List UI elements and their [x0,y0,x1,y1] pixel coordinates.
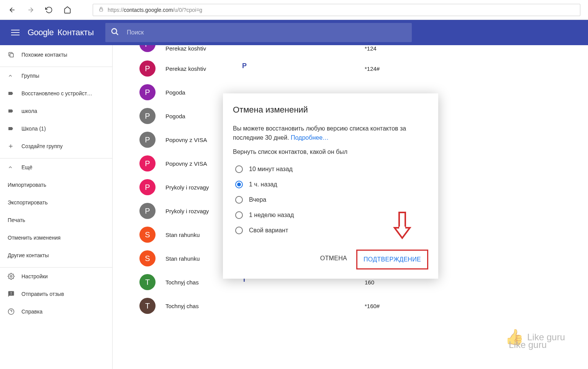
radio-option[interactable]: Вчера [233,192,428,207]
dialog-description: Вы можете восстановить любую версию спис… [233,124,428,142]
avatar: P [139,108,156,124]
sidebar-create-group[interactable]: Создайте группу [0,137,112,155]
contact-phone: *124# [365,65,380,72]
radio-button[interactable] [235,165,243,173]
avatar: P [139,45,156,52]
svg-rect-3 [11,35,20,36]
radio-button[interactable] [235,227,243,234]
sidebar-group-restored[interactable]: Восстановлено с устройст… [0,85,112,102]
avatar: S [139,250,156,266]
sidebar-group-school[interactable]: школа [0,102,112,120]
label-icon [8,90,18,96]
radio-button[interactable] [235,181,243,188]
avatar: P [139,203,156,219]
contact-name: Tochnyj chas [165,303,365,309]
svg-point-4 [112,29,117,34]
radio-button[interactable] [235,196,243,204]
copy-icon [8,51,18,58]
svg-rect-8 [399,212,405,228]
contact-row[interactable]: TTochnyj chas*160# [113,294,588,318]
browser-toolbar: https://contacts.google.com/u/0/?cpoi=g [0,0,588,20]
contact-row[interactable]: PPerekaz koshtiv*124# [113,57,588,80]
section-letter: P [242,62,254,70]
avatar: T [139,274,156,290]
avatar: P [139,132,156,148]
avatar: P [139,179,156,195]
app-header: Google Контакты [0,20,588,45]
radio-option[interactable]: 10 минут назад [233,162,428,177]
contact-name: Tochnyj chas [165,279,365,286]
chevron-up-icon [8,73,18,78]
address-bar[interactable]: https://contacts.google.com/u/0/?cpoi=g [93,4,580,16]
contact-name: Perekaz koshtiv [165,65,365,72]
avatar: T [139,298,156,314]
label-icon [8,126,18,132]
sidebar-help[interactable]: Справка [0,303,112,320]
svg-rect-2 [11,32,20,33]
avatar: S [139,227,156,243]
sidebar-settings[interactable]: Настройки [0,268,112,285]
radio-option[interactable]: 1 ч. назад [233,177,428,192]
gear-icon [8,273,18,280]
svg-rect-9 [399,227,405,229]
logo[interactable]: Google Контакты [28,28,94,38]
forward-button[interactable] [26,5,35,15]
sidebar-group-school1[interactable]: Школа (1) [0,120,112,137]
learn-more-link[interactable]: Подробнее… [291,134,329,141]
sidebar-feedback[interactable]: Отправить отзыв [0,285,112,303]
watermark: 👍 Like guru Like guru [505,328,565,346]
cancel-button[interactable]: ОТМЕНА [314,250,353,269]
sidebar-other[interactable]: Другие контакты [0,247,112,264]
sidebar-similar[interactable]: Похожие контакты [0,46,112,64]
sidebar-import[interactable]: Импортировать [0,176,112,194]
radio-label: Вчера [249,196,266,203]
help-icon [8,308,18,315]
chevron-up-icon [8,165,18,170]
contact-phone: *124 [365,45,377,52]
sidebar-more-header[interactable]: Ещё [0,158,112,176]
avatar: P [139,60,156,77]
svg-point-6 [10,276,12,278]
avatar: P [139,155,156,171]
radio-label: Свой вариант [249,227,288,234]
radio-label: 1 неделю назад [249,212,294,219]
refresh-button[interactable] [44,5,54,15]
radio-button[interactable] [235,211,243,219]
avatar: P [139,84,156,100]
sidebar-export[interactable]: Экспортировать [0,194,112,211]
search-box[interactable] [105,23,412,42]
svg-rect-0 [100,9,103,11]
search-icon [111,28,119,38]
contact-name: Perekaz koshtiv [165,45,365,52]
back-button[interactable] [8,5,17,15]
confirm-button[interactable]: ПОДТВЕРЖДЕНИЕ [356,250,428,269]
contact-row[interactable]: PPerekaz koshtiv*124 [113,45,588,57]
undo-changes-dialog: Отмена изменений Вы можете восстановить … [223,93,438,279]
feedback-icon [8,291,18,297]
annotation-arrow [391,211,414,243]
label-icon [8,108,18,114]
url-text: https://contacts.google.com/u/0/?cpoi=g [108,7,202,13]
sidebar-undo[interactable]: Отменить изменения [0,229,112,247]
sidebar: Похожие контакты Группы Восстановлено с … [0,45,113,369]
svg-rect-1 [11,30,20,31]
search-input[interactable] [127,29,406,36]
sidebar-groups-header[interactable]: Группы [0,67,112,85]
contact-phone: 160 [365,279,374,286]
home-button[interactable] [63,5,72,15]
dialog-title: Отмена изменений [233,105,428,115]
radio-label: 10 минут назад [249,166,293,173]
svg-rect-5 [10,54,13,57]
radio-label: 1 ч. назад [249,181,277,188]
dialog-subtitle: Вернуть список контактов, какой он был [233,149,428,155]
contact-phone: *160# [365,303,380,309]
plus-icon [8,143,18,149]
menu-button[interactable] [6,28,25,37]
sidebar-print[interactable]: Печать [0,211,112,229]
lock-icon [98,7,104,13]
